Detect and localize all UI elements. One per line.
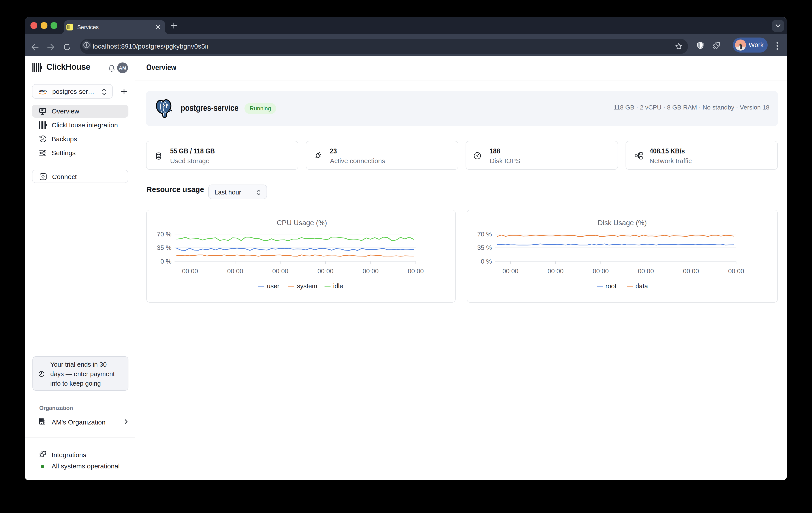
svg-text:user: user: [267, 283, 280, 290]
svg-text:00:00: 00:00: [408, 267, 424, 275]
svg-text:70 %: 70 %: [477, 231, 492, 238]
svg-text:idle: idle: [333, 283, 343, 290]
svg-text:00:00: 00:00: [362, 267, 379, 275]
svg-text:70 %: 70 %: [157, 231, 171, 238]
svg-text:0 %: 0 %: [481, 258, 492, 265]
svg-text:system: system: [297, 283, 317, 290]
svg-text:Disk Usage (%): Disk Usage (%): [598, 219, 647, 227]
svg-text:aws: aws: [39, 88, 47, 93]
svg-text:00:00: 00:00: [182, 267, 198, 275]
svg-text:00:00: 00:00: [728, 267, 744, 275]
svg-text:00:00: 00:00: [318, 267, 334, 275]
svg-text:0 %: 0 %: [161, 258, 171, 265]
svg-text:data: data: [636, 283, 648, 290]
svg-text:00:00: 00:00: [638, 267, 654, 275]
svg-text:root: root: [606, 283, 616, 290]
svg-text:00:00: 00:00: [272, 267, 288, 275]
svg-text:00:00: 00:00: [683, 267, 699, 275]
svg-text:35 %: 35 %: [157, 244, 171, 251]
svg-text:35 %: 35 %: [477, 244, 492, 251]
svg-text:00:00: 00:00: [502, 267, 519, 275]
svg-text:00:00: 00:00: [548, 267, 564, 275]
svg-text:00:00: 00:00: [227, 267, 243, 275]
svg-text:00:00: 00:00: [593, 267, 609, 275]
svg-text:CPU Usage (%): CPU Usage (%): [277, 219, 327, 227]
